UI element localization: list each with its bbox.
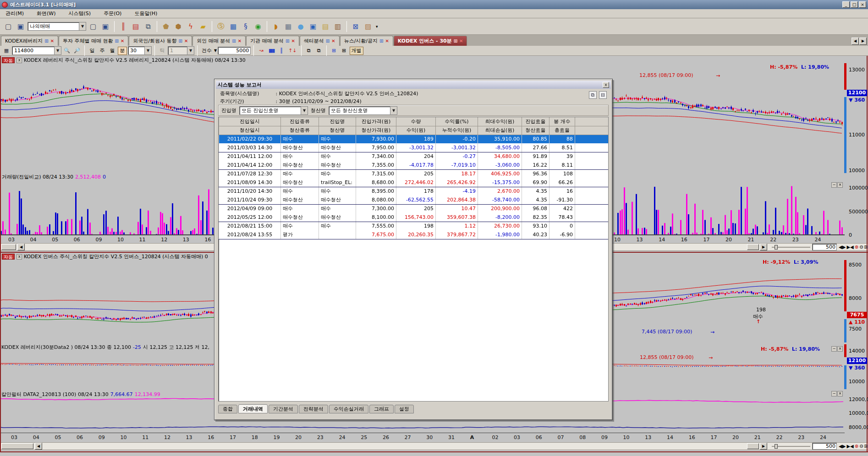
globe-icon[interactable]: ● xyxy=(295,21,306,32)
column-header[interactable]: 진입명 xyxy=(319,117,356,126)
column-header[interactable]: 진입가격(원) xyxy=(356,117,396,126)
column-header[interactable]: 수익(원) xyxy=(396,126,436,135)
palette-icon[interactable]: ▨ xyxy=(363,21,374,32)
zoom-in-icon[interactable]: ⊕ xyxy=(855,244,858,250)
new-page-icon[interactable]: ▢ xyxy=(3,21,14,32)
workspace-combo[interactable]: 나의매매 ▼ xyxy=(27,22,86,31)
period-week-button[interactable]: 주 xyxy=(98,47,107,55)
chevron-down-icon[interactable]: ▼ xyxy=(390,107,397,114)
tab-close-icon[interactable]: ✕ xyxy=(385,38,389,43)
chevron-down-icon[interactable]: ▼ xyxy=(54,47,61,54)
column-header[interactable]: 수량 xyxy=(396,117,436,126)
scroll-right-button[interactable]: ▶ xyxy=(760,443,767,450)
tick-combo[interactable]: 1 ▼ xyxy=(168,46,194,55)
maximize-button[interactable]: □ xyxy=(851,1,858,8)
bar-count-input[interactable] xyxy=(812,443,837,450)
workspace-tab[interactable]: 섹터분석⊞✕ xyxy=(300,36,340,46)
menu-item[interactable]: 관리(M) xyxy=(5,9,25,18)
column-header[interactable]: 청산가격(원) xyxy=(356,126,396,135)
zoom-page-icon[interactable]: ⧉ xyxy=(143,21,154,32)
zoom-slider-thumb[interactable] xyxy=(775,444,778,449)
workspace-tab[interactable]: 외인 매매 분석⊞✕ xyxy=(192,36,246,46)
table-row[interactable]: 2011/04/11 12:00매수매수7,340.00204-0.2734,6… xyxy=(219,152,609,161)
chart-grid-icon[interactable]: ▦ xyxy=(2,47,11,55)
workspace-tab[interactable]: 기관 매매 분석⊞✕ xyxy=(246,36,299,46)
entry-signal-combo[interactable]: 모든 진입신호명 ▼ xyxy=(239,106,308,115)
report-tab[interactable]: 설정 xyxy=(395,405,414,413)
bar-chart-icon[interactable]: ▮▮▮ xyxy=(267,47,276,55)
table-row[interactable]: 2011/02/22 09:30매수매수7,930.00189-0.2035,9… xyxy=(219,135,609,143)
scroll-left-button[interactable]: ◀ xyxy=(35,443,42,450)
title-bar[interactable]: 예스트레이더3.1 [나의매매] _ □ × xyxy=(0,0,868,9)
zoom-range-icon[interactable]: 🔎 xyxy=(72,47,82,55)
copy-report-icon[interactable]: ⧉ xyxy=(589,91,597,99)
scroll-left-button[interactable]: ◀ xyxy=(17,244,25,250)
report-tab[interactable]: 종합 xyxy=(218,405,237,413)
column-header[interactable]: 청산효율 xyxy=(522,126,549,135)
table-row[interactable]: 2012/08/24 13:55평가7,675.0020,260.35379,8… xyxy=(219,230,609,239)
column-header[interactable]: 수익률(%) xyxy=(436,117,478,126)
menu-item[interactable]: 화면(W) xyxy=(36,9,56,18)
table-row[interactable]: 2012/04/09 09:00매수매수7,300.0020510.47200,… xyxy=(219,204,609,213)
tab-scroll-left-button[interactable]: ◀ xyxy=(852,38,859,45)
updown-icon[interactable]: ↑↓ xyxy=(287,47,298,55)
symbol-code-combo[interactable]: 114800 ▼ xyxy=(12,46,61,55)
minimize-pane-icon[interactable]: − xyxy=(831,346,837,352)
menu-item[interactable]: 주문(O) xyxy=(103,9,122,18)
zoom-in-icon[interactable]: 🔍 xyxy=(62,47,71,55)
tab-close-icon[interactable]: ✕ xyxy=(291,38,295,43)
minimize-button[interactable]: _ xyxy=(842,1,850,8)
candle-chart-icon[interactable]: ║ xyxy=(118,21,129,32)
print-icon[interactable]: ⊟ xyxy=(599,91,607,99)
table-row[interactable]: 2012/08/21 15:00매수매수7,555.001981.1226,73… xyxy=(219,222,609,230)
close-pane-icon[interactable]: × xyxy=(837,346,843,352)
dialog-close-icon[interactable]: x xyxy=(603,82,609,88)
workspace-tab[interactable]: 외국인/회원사 동향⊞✕ xyxy=(129,36,192,46)
memo-icon[interactable]: ▤ xyxy=(320,21,331,32)
workspace-tab[interactable]: 투자 주체별 매매 현황⊞✕ xyxy=(59,36,128,46)
table-row[interactable]: 2011/08/09 14:30매수청산trailStop_EL:8,680.0… xyxy=(219,178,609,187)
report-tab[interactable]: 전략분석 xyxy=(299,405,328,413)
report-tab[interactable]: 그래프 xyxy=(369,405,394,413)
tab-close-icon[interactable]: ✕ xyxy=(331,38,335,43)
split-grid-icon[interactable]: ⊞ xyxy=(330,47,339,55)
tab-close-icon[interactable]: ✕ xyxy=(459,38,463,43)
yl-icon[interactable]: ◉ xyxy=(253,21,264,32)
collapse-horizontal-icon[interactable]: ▶◀ xyxy=(846,244,853,250)
pr-icon[interactable]: ▣ xyxy=(308,21,319,32)
table-row[interactable]: 2011/07/28 12:30매수매수7,315.0020518.17406,… xyxy=(219,169,609,178)
exit-signal-combo[interactable]: 모든 청산신호명 ▼ xyxy=(329,106,397,115)
menu-item[interactable]: 도움말(H) xyxy=(133,9,158,18)
stop-icon[interactable]: ⬢ xyxy=(173,21,184,32)
column-header[interactable]: 청산일시 xyxy=(219,126,281,135)
pager-thumb[interactable] xyxy=(747,244,759,250)
table-row[interactable]: 2011/10/20 14:30매수매수8,395.00178-4.192,67… xyxy=(219,187,609,195)
report-tab[interactable]: 수익손실거래 xyxy=(329,405,368,413)
tab-close-icon[interactable]: ✕ xyxy=(50,38,54,43)
save-icon[interactable]: ▣ xyxy=(100,21,111,32)
column-header[interactable]: 청산명 xyxy=(319,126,356,135)
zoom-out-icon[interactable]: ⊖ xyxy=(859,443,863,449)
period-day-button[interactable]: 일 xyxy=(88,47,97,55)
column-header[interactable]: 봉 개수 xyxy=(549,117,575,126)
scroll-thumb[interactable] xyxy=(1,244,16,250)
chevron-down-icon[interactable]: ▼ xyxy=(301,107,308,114)
table-row[interactable]: 2011/03/03 14:30매수청산매수청산7,950.00-3,001.3… xyxy=(219,143,609,152)
close-tool-icon[interactable]: ⊠ xyxy=(350,21,361,32)
expand-horizontal-icon[interactable]: ◀▶ xyxy=(839,244,846,250)
column-header[interactable]: 최대수익(원) xyxy=(478,117,522,126)
table-row[interactable]: 2011/10/24 09:30매수청산매수청산8,080.00-62,562.… xyxy=(219,195,609,204)
line-chart-icon[interactable]: ↝ xyxy=(257,47,266,55)
workspace-tab[interactable]: KODEX 인버스 - 30분⊞✕ xyxy=(394,36,467,46)
report-tab[interactable]: 기간분석 xyxy=(269,405,298,413)
close-pane-icon[interactable]: × xyxy=(837,391,843,396)
collapse-horizontal-icon[interactable]: ▶◀ xyxy=(846,443,853,449)
menu-item[interactable]: 시스템(S) xyxy=(68,9,92,18)
new-document-icon[interactable]: ▢ xyxy=(88,21,99,32)
count-input[interactable] xyxy=(218,47,251,54)
close-pane-icon[interactable]: × xyxy=(837,182,843,188)
chevron-down-icon[interactable]: ▼ xyxy=(144,47,151,54)
column-header[interactable]: 총효율 xyxy=(549,126,575,135)
table-row[interactable]: 2011/04/14 12:00매수청산매수청산7,355.00-4,017.7… xyxy=(219,161,609,169)
tab-close-icon[interactable]: ✕ xyxy=(238,38,242,43)
